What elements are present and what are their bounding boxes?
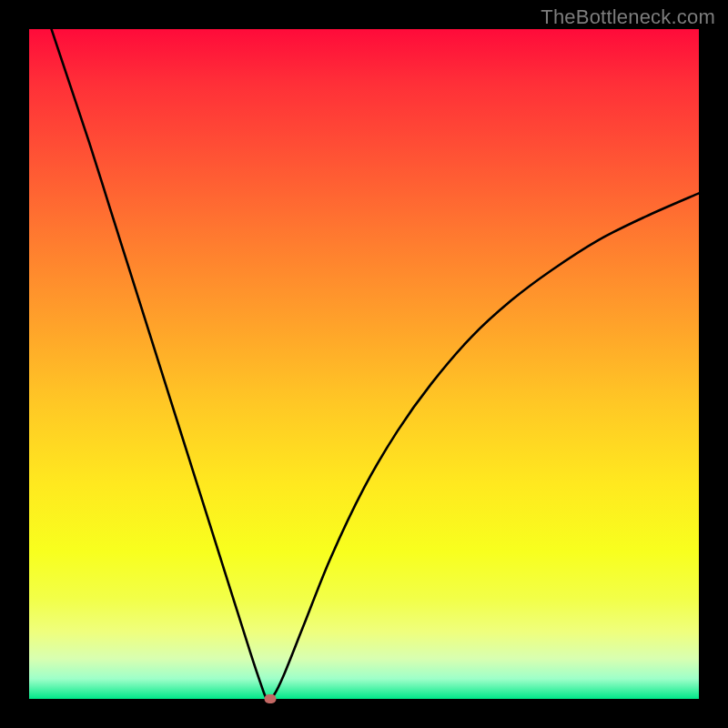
bottleneck-curve-path [49,23,699,700]
bottleneck-curve-svg [29,29,699,699]
chart-frame: TheBottleneck.com [0,0,728,728]
watermark-text: TheBottleneck.com [541,5,715,29]
optimal-point-marker [264,694,276,703]
